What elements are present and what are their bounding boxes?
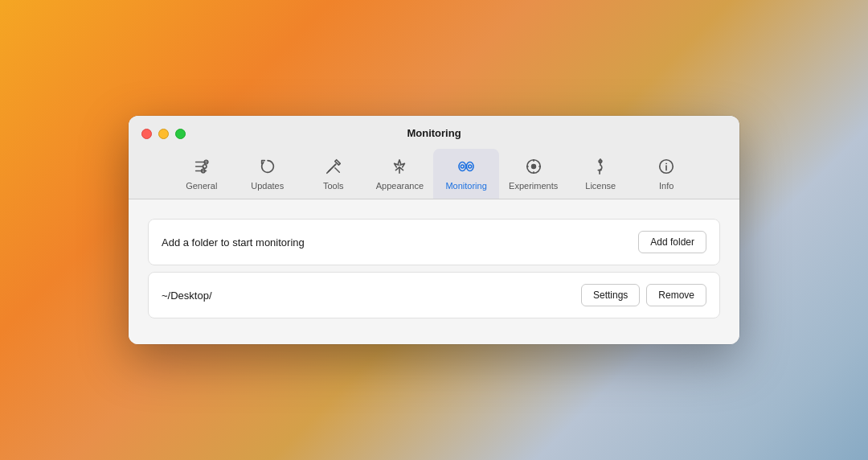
app-window: Monitoring General — [129, 116, 739, 344]
maximize-button[interactable] — [175, 129, 186, 139]
info-icon — [655, 155, 678, 178]
minimize-button[interactable] — [158, 129, 169, 139]
tab-appearance[interactable]: Appearance — [366, 149, 433, 199]
add-folder-row: Add a folder to start monitoring Add fol… — [148, 219, 720, 265]
tab-bar: General Updates — [141, 149, 727, 199]
monitoring-label: Monitoring — [445, 181, 486, 191]
info-label: Info — [659, 181, 674, 191]
experiments-icon — [522, 155, 545, 178]
add-folder-button[interactable]: Add folder — [638, 231, 706, 253]
folder-item-row: ~/Desktop/ Settings Remove — [148, 272, 720, 318]
tab-monitoring[interactable]: Monitoring — [433, 149, 499, 199]
svg-point-21 — [666, 163, 667, 164]
svg-point-13 — [530, 164, 535, 169]
folder-actions: Settings Remove — [581, 284, 706, 306]
svg-point-10 — [466, 162, 473, 171]
window-title: Monitoring — [407, 127, 461, 139]
close-button[interactable] — [141, 129, 152, 139]
folder-path-text: ~/Desktop/ — [162, 290, 212, 302]
updates-label: Updates — [251, 181, 284, 191]
appearance-icon — [388, 155, 411, 178]
appearance-label: Appearance — [376, 181, 424, 191]
tab-experiments[interactable]: Experiments — [499, 149, 567, 199]
remove-button[interactable]: Remove — [646, 284, 706, 306]
tab-tools[interactable]: Tools — [301, 149, 366, 199]
traffic-lights — [141, 129, 186, 139]
tab-general[interactable]: General — [169, 149, 235, 199]
tab-updates[interactable]: Updates — [235, 149, 301, 199]
updates-icon — [256, 155, 279, 178]
tab-info[interactable]: Info — [633, 149, 699, 199]
svg-point-9 — [461, 165, 464, 168]
experiments-label: Experiments — [509, 181, 558, 191]
tools-icon — [322, 155, 345, 178]
license-icon — [589, 155, 612, 178]
svg-point-11 — [469, 165, 472, 168]
general-icon — [190, 155, 213, 178]
general-label: General — [186, 181, 217, 191]
content-area: Add a folder to start monitoring Add fol… — [129, 199, 739, 344]
license-label: License — [585, 181, 616, 191]
titlebar: Monitoring General — [129, 116, 739, 199]
svg-point-4 — [203, 165, 207, 169]
monitoring-icon — [455, 155, 477, 178]
tools-label: Tools — [323, 181, 344, 191]
settings-button[interactable]: Settings — [581, 284, 640, 306]
add-folder-text: Add a folder to start monitoring — [162, 236, 305, 248]
svg-line-7 — [327, 170, 331, 174]
tab-license[interactable]: License — [567, 149, 633, 199]
svg-point-8 — [459, 162, 466, 171]
